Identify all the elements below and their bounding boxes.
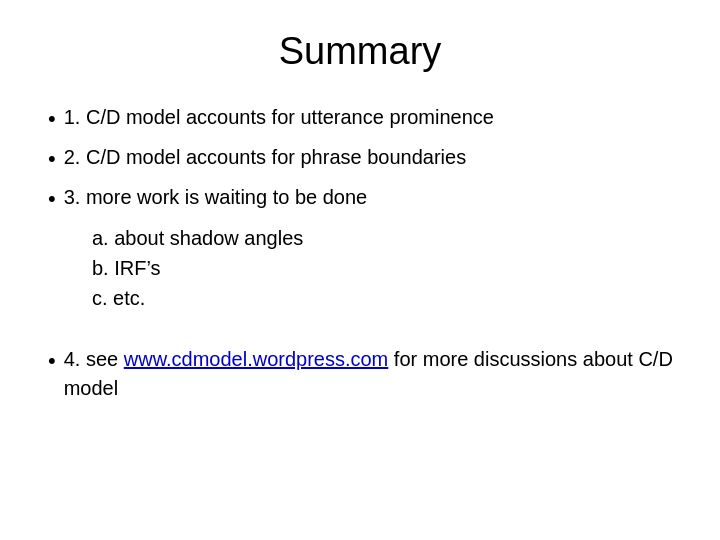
sub-item-b: b. IRF’s bbox=[92, 253, 680, 283]
list-item: • 4. see www.cdmodel.wordpress.com for m… bbox=[40, 343, 680, 405]
sub-items-list: a. about shadow angles b. IRF’s c. etc. bbox=[92, 223, 680, 313]
bullet4-link[interactable]: www.cdmodel.wordpress.com bbox=[124, 348, 389, 370]
list-item: • 1. C/D model accounts for utterance pr… bbox=[40, 101, 680, 137]
bullet-dot-3: • bbox=[48, 183, 56, 215]
bullet4-prefix: 4. see bbox=[64, 348, 124, 370]
sub-item-a: a. about shadow angles bbox=[92, 223, 680, 253]
bullet-dot-2: • bbox=[48, 143, 56, 175]
slide-content: • 1. C/D model accounts for utterance pr… bbox=[40, 101, 680, 510]
bullet-text-4: 4. see www.cdmodel.wordpress.com for mor… bbox=[64, 345, 680, 403]
bullet-text-3: 3. more work is waiting to be done bbox=[64, 183, 680, 212]
list-item: • 2. C/D model accounts for phrase bound… bbox=[40, 141, 680, 177]
spacer bbox=[40, 325, 680, 343]
slide: Summary • 1. C/D model accounts for utte… bbox=[0, 0, 720, 540]
sub-item-c: c. etc. bbox=[92, 283, 680, 313]
list-item: • 3. more work is waiting to be done bbox=[40, 181, 680, 217]
slide-title: Summary bbox=[40, 30, 680, 73]
bullet-dot-4: • bbox=[48, 345, 56, 377]
bullet-group-1-3: • 1. C/D model accounts for utterance pr… bbox=[40, 101, 680, 317]
bullet-dot-1: • bbox=[48, 103, 56, 135]
bullet-text-1: 1. C/D model accounts for utterance prom… bbox=[64, 103, 680, 132]
bullet-text-2: 2. C/D model accounts for phrase boundar… bbox=[64, 143, 680, 172]
